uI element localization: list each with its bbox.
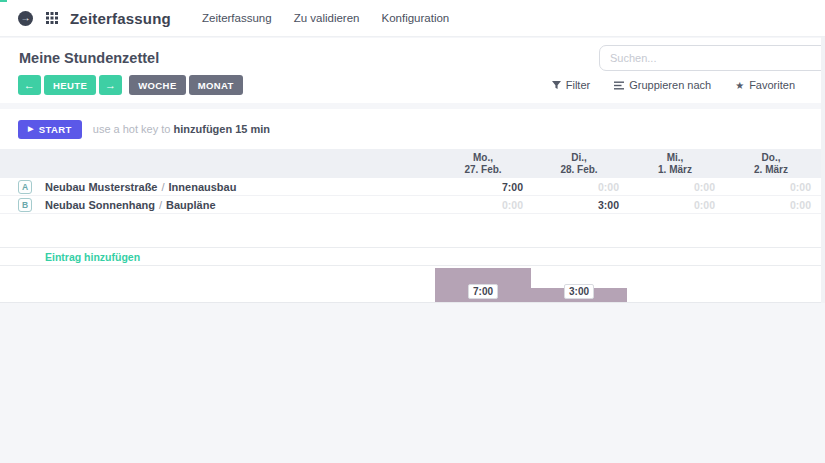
page-title: Meine Stundenzettel <box>19 50 159 66</box>
row-description: A Neubau Musterstraße / Innenausbau <box>0 180 435 194</box>
arrow-right-icon: → <box>105 79 116 91</box>
project-name: Neubau Musterstraße <box>45 181 157 193</box>
timesheet-grid-card: ▶ START use a hot key to hinzufügen 15 m… <box>0 109 825 303</box>
arrow-left-icon: ← <box>24 79 35 91</box>
favorites-button[interactable]: ★ Favoriten <box>735 79 795 91</box>
task-name: Baupläne <box>166 199 216 211</box>
search-options: Filter Gruppieren nach ★ Favoriten <box>528 79 795 91</box>
nav-item-zeiterfassung[interactable]: Zeiterfassung <box>191 12 283 24</box>
today-button[interactable]: HEUTE <box>44 75 96 95</box>
project-task-separator: / <box>161 181 164 193</box>
apps-grid-icon[interactable] <box>46 12 58 24</box>
add-entry-row: Eintrag hinzufügen <box>0 247 825 266</box>
column-header-wed: Mi., 1. März <box>627 149 723 178</box>
total-bar-cell: 3:00 <box>531 266 627 302</box>
filter-button[interactable]: Filter <box>552 79 590 91</box>
week-button[interactable]: WOCHE <box>129 75 185 95</box>
totals-row: 7:00 3:00 <box>0 266 825 303</box>
timesheet-app: → Zeiterfassung Zeiterfassung Zu validie… <box>0 0 825 463</box>
arrow-right-icon: → <box>21 13 31 23</box>
start-timer-button[interactable]: ▶ START <box>18 120 82 139</box>
timer-row: ▶ START use a hot key to hinzufügen 15 m… <box>0 109 825 149</box>
total-bar-cell <box>627 266 723 302</box>
home-menu-button[interactable]: → <box>18 11 33 26</box>
group-by-icon <box>614 81 624 90</box>
bar-value-label: 3:00 <box>564 284 594 299</box>
nav-item-konfiguration[interactable]: Konfiguration <box>371 12 461 24</box>
prev-button[interactable]: ← <box>18 75 41 95</box>
date-nav-buttons: ← HEUTE → WOCHE MONAT <box>18 75 243 95</box>
search-input[interactable] <box>599 45 825 71</box>
totals-empty-cell <box>0 266 435 302</box>
loading-bar <box>0 0 7 2</box>
column-header-tue: Di., 28. Feb. <box>531 149 627 178</box>
project-name: Neubau Sonnenhang <box>45 199 155 211</box>
star-icon: ★ <box>735 80 744 91</box>
total-bar-cell <box>723 266 819 302</box>
bar-value-label: 7:00 <box>468 284 498 299</box>
grid-header-row: Mo., 27. Feb. Di., 28. Feb. Mi., 1. März… <box>0 149 825 178</box>
scrollbar-track[interactable] <box>821 37 825 303</box>
grid-cell[interactable]: 7:00 <box>435 178 531 196</box>
app-title[interactable]: Zeiterfassung <box>70 10 171 27</box>
grid-cell[interactable]: 0:00 <box>723 196 819 214</box>
row-hotkey-badge: B <box>18 198 32 212</box>
task-name: Innenausbau <box>169 181 237 193</box>
timesheet-grid: Mo., 27. Feb. Di., 28. Feb. Mi., 1. März… <box>0 149 825 303</box>
project-task-separator: / <box>159 199 162 211</box>
grid-cell[interactable]: 0:00 <box>627 178 723 196</box>
grid-header-empty <box>0 149 435 178</box>
row-description: B Neubau Sonnenhang / Baupläne <box>0 198 435 212</box>
nav-item-zu-validieren[interactable]: Zu validieren <box>283 12 371 24</box>
table-row: A Neubau Musterstraße / Innenausbau 7:00… <box>0 178 825 196</box>
grid-spacer <box>0 214 825 247</box>
add-entry-link[interactable]: Eintrag hinzufügen <box>45 251 140 263</box>
play-icon: ▶ <box>28 125 34 133</box>
grid-cell[interactable]: 0:00 <box>435 196 531 214</box>
top-navbar: → Zeiterfassung Zeiterfassung Zu validie… <box>0 0 825 37</box>
group-by-button[interactable]: Gruppieren nach <box>614 79 711 91</box>
column-header-thu: Do., 2. März <box>723 149 819 178</box>
grid-cell[interactable]: 0:00 <box>531 178 627 196</box>
main-menu: Zeiterfassung Zu validieren Konfiguratio… <box>191 12 460 24</box>
table-row: B Neubau Sonnenhang / Baupläne 0:00 3:00… <box>0 196 825 214</box>
grid-cell[interactable]: 0:00 <box>723 178 819 196</box>
next-button[interactable]: → <box>99 75 122 95</box>
filter-funnel-icon <box>552 81 561 90</box>
control-panel: Meine Stundenzettel ← HEUTE → WOCHE MONA… <box>0 38 825 103</box>
total-bar-cell: 7:00 <box>435 266 531 302</box>
row-hotkey-badge: A <box>18 180 32 194</box>
grid-cell[interactable]: 0:00 <box>627 196 723 214</box>
column-header-mon: Mo., 27. Feb. <box>435 149 531 178</box>
month-button[interactable]: MONAT <box>189 75 243 95</box>
grid-cell[interactable]: 3:00 <box>531 196 627 214</box>
hotkey-hint: use a hot key to hinzufügen 15 min <box>93 123 270 135</box>
